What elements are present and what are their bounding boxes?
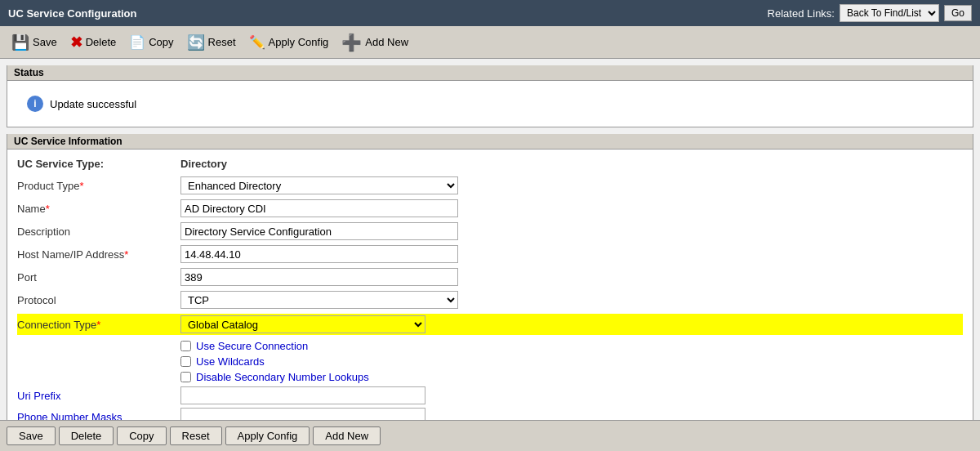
- name-row: Name*: [17, 199, 963, 217]
- bottom-add-new-button[interactable]: Add New: [313, 426, 381, 445]
- product-type-select[interactable]: Enhanced Directory Standard Directory: [180, 176, 458, 194]
- uc-service-info-title: UC Service Information: [7, 134, 973, 150]
- uc-service-info-section: UC Service Information UC Service Type: …: [7, 134, 973, 438]
- go-button[interactable]: Go: [944, 5, 972, 21]
- uri-prefix-input[interactable]: [180, 386, 425, 404]
- service-type-header: UC Service Type: Directory: [17, 158, 963, 170]
- name-required: *: [46, 203, 50, 215]
- reset-label: Reset: [208, 36, 236, 48]
- port-label: Port: [17, 271, 180, 284]
- status-section: Status i Update successful: [7, 65, 973, 127]
- related-links-select[interactable]: Back To Find/List: [840, 4, 939, 22]
- apply-config-icon: ✏️: [249, 34, 265, 50]
- copy-button[interactable]: 📄 Copy: [124, 33, 178, 51]
- use-wildcards-row: Use Wildcards: [17, 355, 963, 368]
- bottom-toolbar: Save Delete Copy Reset Apply Config Add …: [0, 420, 980, 451]
- name-input[interactable]: [180, 199, 458, 217]
- add-new-icon: ➕: [341, 33, 362, 52]
- host-required: *: [124, 248, 128, 261]
- product-type-label: Product Type*: [17, 180, 180, 192]
- protocol-row: Protocol TCP UDP: [17, 291, 963, 309]
- related-links-label: Related Links:: [768, 7, 835, 20]
- connection-type-label: Connection Type*: [17, 317, 180, 333]
- app-title: UC Service Configuration: [8, 7, 136, 20]
- service-type-label: UC Service Type:: [17, 158, 180, 170]
- name-label: Name*: [17, 203, 180, 215]
- disable-secondary-link[interactable]: Disable Secondary Number Lookups: [196, 371, 369, 383]
- add-new-label: Add New: [365, 36, 408, 48]
- use-wildcards-checkbox[interactable]: [180, 356, 191, 367]
- bottom-save-button[interactable]: Save: [7, 426, 56, 445]
- port-row: Port: [17, 268, 963, 286]
- status-title: Status: [7, 65, 973, 81]
- info-icon: i: [27, 96, 43, 112]
- description-row: Description: [17, 222, 963, 240]
- connection-type-row: Connection Type* Global Catalog LDAP: [17, 314, 963, 335]
- description-label: Description: [17, 226, 180, 238]
- delete-icon: ✖: [70, 33, 82, 51]
- host-label: Host Name/IP Address*: [17, 248, 180, 261]
- disable-secondary-row: Disable Secondary Number Lookups: [17, 371, 963, 383]
- copy-icon: 📄: [129, 34, 145, 50]
- apply-config-label: Apply Config: [269, 36, 329, 48]
- use-secure-checkbox[interactable]: [180, 341, 191, 351]
- delete-button[interactable]: ✖ Delete: [65, 32, 122, 53]
- main-content: Status i Update successful UC Service In…: [0, 59, 980, 451]
- main-toolbar: 💾 Save ✖ Delete 📄 Copy 🔄 Reset ✏️ Apply …: [0, 26, 980, 59]
- related-links-area: Related Links: Back To Find/List Go: [768, 4, 972, 22]
- copy-label: Copy: [149, 36, 173, 48]
- uri-prefix-link[interactable]: Uri Prefix: [17, 390, 180, 402]
- description-input[interactable]: [180, 222, 458, 240]
- product-type-required: *: [79, 180, 83, 192]
- host-row: Host Name/IP Address*: [17, 245, 963, 263]
- bottom-apply-config-button[interactable]: Apply Config: [225, 426, 310, 445]
- delete-label: Delete: [86, 36, 117, 48]
- bottom-copy-button[interactable]: Copy: [117, 426, 166, 445]
- disable-secondary-checkbox[interactable]: [180, 372, 191, 382]
- apply-config-button[interactable]: ✏️ Apply Config: [244, 33, 334, 51]
- use-wildcards-link[interactable]: Use Wildcards: [196, 355, 265, 368]
- product-type-row: Product Type* Enhanced Directory Standar…: [17, 176, 963, 194]
- port-input[interactable]: [180, 268, 458, 286]
- use-secure-link[interactable]: Use Secure Connection: [196, 340, 308, 352]
- uri-prefix-row: Uri Prefix: [17, 386, 963, 404]
- add-new-button[interactable]: ➕ Add New: [336, 31, 413, 54]
- service-type-value: Directory: [180, 158, 227, 170]
- protocol-select[interactable]: TCP UDP: [180, 291, 458, 309]
- host-input[interactable]: [180, 245, 458, 263]
- save-button[interactable]: 💾 Save: [7, 32, 62, 53]
- status-message: Update successful: [50, 98, 136, 110]
- connection-type-select[interactable]: Global Catalog LDAP: [180, 315, 425, 333]
- bottom-reset-button[interactable]: Reset: [170, 426, 222, 445]
- status-content: i Update successful: [17, 89, 963, 118]
- reset-button[interactable]: 🔄 Reset: [182, 32, 241, 53]
- bottom-delete-button[interactable]: Delete: [59, 426, 114, 445]
- save-icon: 💾: [11, 33, 29, 51]
- reset-icon: 🔄: [187, 33, 205, 51]
- top-bar: UC Service Configuration Related Links: …: [0, 0, 980, 26]
- save-label: Save: [33, 36, 57, 48]
- uc-service-info-body: UC Service Type: Directory Product Type*…: [7, 135, 973, 437]
- protocol-label: Protocol: [17, 294, 180, 306]
- use-secure-row: Use Secure Connection: [17, 340, 963, 352]
- connection-type-required: *: [96, 319, 100, 331]
